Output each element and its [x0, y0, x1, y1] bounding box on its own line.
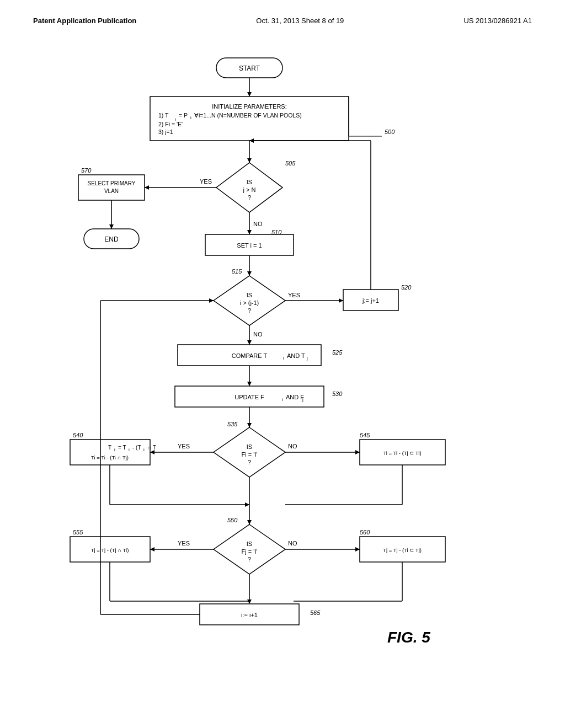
d515-cond: i > (j-1) — [240, 299, 259, 306]
svg-marker-9 — [247, 158, 252, 163]
d535-is: IS — [247, 443, 252, 450]
svg-marker-12 — [145, 185, 149, 190]
svg-marker-56 — [355, 450, 360, 454]
t545-label: Ti = Ti - (Tj ⊂ Ti) — [383, 450, 421, 456]
t540-line2 — [71, 457, 72, 463]
ref-570: 570 — [81, 167, 92, 174]
flowchart: START INITIALIZE PARAMETERS: 1) T i = P … — [33, 47, 532, 687]
yes-505: YES — [200, 178, 212, 185]
svg-text:j: j — [302, 397, 303, 402]
svg-text:i: i — [129, 447, 130, 452]
ref-545: 545 — [360, 432, 370, 438]
no-515: NO — [253, 331, 263, 338]
t555-label: Tj = Tj - (Tj ∩ Ti) — [91, 547, 129, 553]
svg-text:- (T: - (T — [132, 445, 141, 451]
d550-q: ? — [248, 556, 251, 563]
svg-text:AND F: AND F — [286, 394, 304, 400]
svg-marker-83 — [209, 298, 214, 303]
svg-rect-47 — [70, 440, 150, 465]
t540-line1: T — [108, 445, 111, 451]
init-line3: 3) j=1 — [158, 129, 173, 135]
ref-505: 505 — [285, 160, 296, 167]
select-vlan-label: SELECT PRIMARY — [88, 180, 136, 186]
init-line2: 2) Fi = 'E' — [158, 121, 183, 127]
svg-text:i: i — [190, 115, 191, 120]
svg-rect-13 — [78, 175, 145, 200]
d515-q: ? — [248, 307, 251, 314]
d550-is: IS — [247, 540, 252, 547]
svg-text:VLAN: VLAN — [104, 188, 119, 194]
svg-marker-37 — [247, 382, 252, 386]
page-header: Patent Application Publication Oct. 31, … — [33, 17, 532, 25]
header-left: Patent Application Publication — [33, 17, 136, 25]
j-plus1-label: j:= j+1 — [362, 297, 379, 304]
header-right: US 2013/0286921 A1 — [463, 17, 532, 25]
svg-marker-25 — [339, 298, 343, 303]
svg-text:∀i=1...N (N=NUMBER OF VLAN POO: ∀i=1...N (N=NUMBER OF VLAN POOLS) — [194, 112, 302, 119]
d505-is: IS — [247, 179, 252, 185]
svg-marker-43 — [247, 423, 252, 427]
svg-text:j: j — [306, 356, 308, 361]
i-plus1-label: i:= i+1 — [241, 612, 258, 618]
header-center: Oct. 31, 2013 Sheet 8 of 19 — [256, 17, 344, 25]
svg-text:= P: = P — [179, 112, 188, 119]
svg-text:= T: = T — [118, 445, 126, 451]
d535-q: ? — [248, 459, 251, 465]
svg-text:i: i — [282, 397, 283, 402]
svg-marker-7 — [247, 92, 252, 97]
svg-marker-16 — [109, 224, 114, 229]
svg-text:AND T: AND T — [287, 352, 305, 359]
svg-marker-22 — [247, 271, 252, 276]
no-550: NO — [288, 540, 297, 547]
yes-515: YES — [288, 292, 300, 298]
compare-label: COMPARE T — [232, 352, 268, 359]
ref-500: 500 — [385, 129, 395, 135]
no-535: NO — [288, 443, 297, 449]
svg-marker-78 — [247, 599, 252, 604]
ref-540: 540 — [73, 432, 83, 438]
ref-525: 525 — [332, 349, 343, 356]
ref-515: 515 — [232, 268, 242, 275]
yes-550: YES — [178, 540, 190, 547]
init-label: INITIALIZE PARAMETERS: — [212, 103, 287, 110]
d535-cond: Fi = 'I' — [242, 451, 258, 458]
ref-530: 530 — [332, 390, 343, 397]
svg-text:∩ T: ∩ T — [147, 445, 156, 451]
d505-q: ? — [248, 194, 251, 201]
svg-marker-19 — [247, 230, 252, 234]
svg-text:i: i — [283, 356, 284, 361]
set-i-label: SET i = 1 — [237, 242, 262, 249]
svg-marker-68 — [150, 547, 154, 552]
fig-label: FIG. 5 — [387, 629, 430, 646]
yes-535: YES — [178, 443, 190, 449]
t560-label: Tj = Tj - (Ti ⊂ Tj) — [383, 547, 422, 553]
flowchart-svg: START INITIALIZE PARAMETERS: 1) T i = P … — [33, 47, 532, 687]
ref-565: 565 — [310, 609, 321, 616]
d515-is: IS — [247, 292, 252, 298]
update-label: UPDATE F — [234, 394, 264, 400]
start-label: START — [239, 65, 260, 72]
d505-cond: j > N — [243, 186, 256, 193]
no-505: NO — [253, 221, 263, 227]
ref-560: 560 — [360, 529, 370, 536]
svg-text:Ti = Ti - (Ti ∩ Tj): Ti = Ti - (Ti ∩ Tj) — [91, 454, 129, 461]
svg-marker-71 — [355, 547, 360, 552]
init-line1: 1) T — [158, 112, 169, 119]
page: Patent Application Publication Oct. 31, … — [0, 0, 565, 728]
d550-cond: Fj = 'I' — [242, 548, 258, 555]
ref-550: 550 — [227, 517, 238, 523]
end-label: END — [104, 235, 119, 243]
ref-555: 555 — [73, 529, 83, 536]
ref-535: 535 — [227, 421, 238, 427]
svg-text:i: i — [114, 447, 115, 452]
svg-marker-31 — [247, 340, 252, 345]
ref-520: 520 — [401, 284, 412, 291]
svg-marker-46 — [150, 450, 154, 454]
svg-text:i: i — [143, 447, 145, 452]
svg-marker-60 — [245, 502, 249, 507]
